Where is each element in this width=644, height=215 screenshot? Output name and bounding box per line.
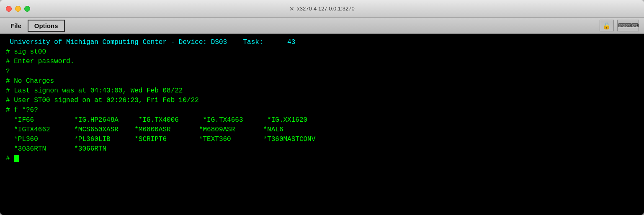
options-menu[interactable]: Options xyxy=(28,20,65,32)
terminal-line-8: # f *?6? xyxy=(6,105,638,115)
terminal-line-1: University of Michigan Computing Center … xyxy=(6,38,638,47)
minimize-button[interactable] xyxy=(15,6,21,12)
keyboard-icon-button[interactable]: ⌨⌨⌨ xyxy=(617,20,639,31)
title-label: x3270-4 127.0.0.1:3270 xyxy=(297,5,354,12)
menu-right-icons: 🔒 ⌨⌨⌨ xyxy=(600,20,639,31)
title-icon: ✕ xyxy=(289,5,294,12)
file-menu[interactable]: File xyxy=(4,20,28,31)
terminal-cursor xyxy=(14,155,19,162)
close-button[interactable] xyxy=(6,6,12,12)
terminal-line-4: ? xyxy=(6,67,638,77)
traffic-lights xyxy=(6,6,30,12)
terminal-screen[interactable]: University of Michigan Computing Center … xyxy=(0,34,644,215)
terminal-line-10: *IGTX4662 *MCS650XASR *M6800ASR *M6809AS… xyxy=(6,125,638,135)
terminal-line-6: # Last signon was at 04:43:00, Wed Feb 0… xyxy=(6,86,638,96)
terminal-line-7: # User ST00 signed on at 02:26:23, Fri F… xyxy=(6,96,638,105)
maximize-button[interactable] xyxy=(24,6,30,12)
terminal-line-2: # sig st00 xyxy=(6,47,638,57)
menu-bar: File Options 🔒 ⌨⌨⌨ xyxy=(0,18,644,34)
terminal-line-9: *IF66 *IG.HP2648A *IG.TX4006 *IG.TX4663 … xyxy=(6,115,638,125)
terminal-line-13: # xyxy=(6,154,638,164)
terminal-line-12: *3036RTN *3066RTN xyxy=(6,144,638,154)
lock-icon-button[interactable]: 🔒 xyxy=(600,20,614,31)
main-window: ✕ x3270-4 127.0.0.1:3270 File Options 🔒 … xyxy=(0,0,644,215)
terminal-line-3: # Enter password. xyxy=(6,57,638,67)
terminal-line-11: *PL360 *PL360LIB *SCRIPT6 *TEXT360 *T360… xyxy=(6,135,638,144)
terminal-line-5: # No Charges xyxy=(6,77,638,86)
window-title: ✕ x3270-4 127.0.0.1:3270 xyxy=(289,5,354,12)
title-bar: ✕ x3270-4 127.0.0.1:3270 xyxy=(0,0,644,18)
